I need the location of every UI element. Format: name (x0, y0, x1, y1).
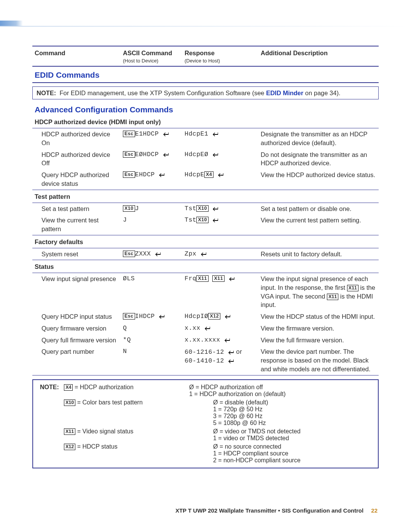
row-hdcp-query: Query HDCP authorized device status EscE… (32, 169, 379, 190)
header-accent-fade (0, 26, 411, 27)
x10-key: X10 (196, 217, 209, 223)
row-part-number: Query part number N 60-1216-12 or 60-141… (32, 346, 379, 375)
return-icon (212, 152, 218, 157)
section-advanced: Advanced Configuration Commands (32, 101, 379, 115)
return-icon (163, 132, 169, 136)
esc-key: Esc (123, 131, 135, 137)
col-ascii: ASCII Command(Host to Device) (121, 46, 182, 66)
row-view-test: View the current test pattern J TstX10 V… (32, 214, 379, 235)
x4-key: X4 (64, 384, 73, 391)
x12-key: X12 (208, 313, 220, 320)
return-icon (159, 314, 165, 319)
return-icon (229, 276, 235, 281)
esc-key: Esc (123, 251, 135, 257)
x11-key: X11 (212, 275, 225, 282)
row-fw-full: Query full firmware version *Q x.xx.xxxx… (32, 334, 379, 346)
page: Command ASCII Command(Host to Device) Re… (0, 0, 411, 532)
x12-key: X12 (64, 444, 75, 450)
row-set-test: Set a test pattern X10J TstX10 Set a tes… (32, 203, 379, 214)
row-input-presence: View input signal presence ØLS FrqX11 X1… (32, 273, 379, 311)
legend-label: NOTE: (40, 384, 59, 390)
x10-key: X10 (196, 205, 209, 212)
section-edid: EDID Commands (32, 66, 379, 83)
section-hdcp: HDCP authorized device (HDMI input only) (32, 115, 379, 128)
note-text: For EDID management, use the XTP System … (60, 89, 341, 96)
esc-key: Esc (123, 171, 135, 178)
row-system-reset: System reset EscZXXX Zpx Resets unit to … (32, 248, 379, 260)
note-box: NOTE: For EDID management, use the XTP S… (32, 86, 379, 100)
row-hdcp-on: HDCP authorized device On EscE1HDCP Hdcp… (32, 128, 379, 149)
legend-box: NOTE: X4 = HDCP authorization Ø = HDCP a… (32, 379, 379, 468)
header-accent (0, 21, 23, 26)
command-table: Command ASCII Command(Host to Device) Re… (32, 46, 379, 375)
col-additional: Additional Description (258, 46, 379, 66)
note-label: NOTE: (37, 89, 56, 96)
section-test: Test pattern (32, 190, 379, 203)
return-icon (201, 252, 207, 256)
x11-key: X11 (196, 275, 209, 282)
x4-key: X4 (204, 171, 213, 178)
x10-key: X10 (123, 205, 135, 212)
return-icon (224, 338, 230, 342)
footer-text: XTP T UWP 202 Wallplate Transmitter • SI… (175, 507, 363, 514)
return-icon (228, 359, 234, 363)
return-icon (218, 173, 224, 177)
row-hdcp-off: HDCP authorized device Off EscEØHDCP Hdc… (32, 149, 379, 169)
section-status: Status (32, 260, 379, 273)
return-icon (155, 252, 161, 256)
col-command: Command (32, 46, 121, 66)
return-icon (204, 326, 210, 331)
row-hdcp-input: Query HDCP input status EscIHDCP HdcpIØX… (32, 311, 379, 323)
esc-key: Esc (123, 313, 135, 320)
return-icon (212, 132, 218, 136)
section-factory: Factory defaults (32, 235, 379, 248)
x11-key: X11 (347, 285, 358, 291)
return-icon (228, 350, 234, 355)
esc-key: Esc (123, 151, 135, 158)
return-icon (225, 314, 231, 319)
return-icon (163, 152, 169, 157)
link-edid-minder[interactable]: EDID Minder (266, 89, 303, 96)
row-fw-version: Query firmware version Q x.xx View the f… (32, 323, 379, 334)
table-header-row: Command ASCII Command(Host to Device) Re… (32, 46, 379, 66)
page-number: 22 (371, 507, 378, 514)
page-footer: XTP T UWP 202 Wallplate Transmitter • SI… (0, 507, 411, 514)
return-icon (159, 173, 165, 177)
return-icon (212, 206, 218, 211)
x11-key: X11 (64, 428, 75, 435)
x10-key: X10 (64, 399, 75, 406)
col-response: Response(Device to Host) (182, 46, 258, 66)
return-icon (212, 218, 218, 222)
x11-key: X11 (327, 294, 338, 300)
